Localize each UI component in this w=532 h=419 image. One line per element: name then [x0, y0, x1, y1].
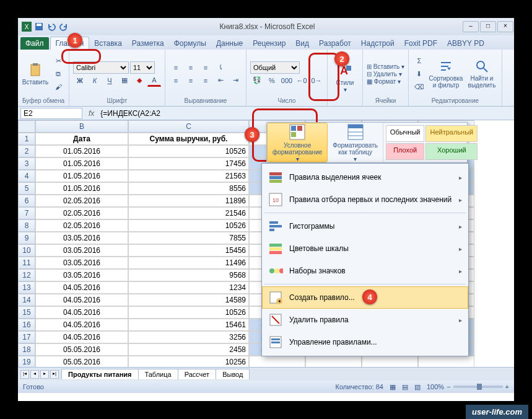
comma-icon[interactable]: 000 — [280, 74, 294, 87]
percent-icon[interactable]: % — [265, 74, 279, 87]
cell[interactable]: 01.05.2016 — [35, 145, 128, 157]
sheet-tab[interactable]: Продукты питания — [61, 369, 139, 379]
cell[interactable]: 03.05.2016 — [35, 244, 128, 257]
cut-icon[interactable]: ✂ — [51, 55, 65, 67]
tab-abbyy[interactable]: ABBYY PD — [442, 37, 489, 50]
cell-style-swatch[interactable]: Хороший — [425, 143, 477, 160]
orientation-icon[interactable]: ⤹ — [214, 61, 227, 74]
menu-icon-sets[interactable]: Наборы значков▸ — [262, 260, 468, 282]
tab-file[interactable]: Файл — [20, 37, 49, 50]
align-bot-icon[interactable]: ≡ — [199, 61, 212, 74]
cell[interactable]: 04.05.2016 — [35, 319, 128, 331]
row-header[interactable]: 1 — [18, 133, 35, 145]
font-color-button[interactable]: A — [147, 74, 161, 87]
name-box[interactable]: E2 — [20, 108, 82, 119]
tab-layout[interactable]: Разметка — [127, 37, 169, 50]
align-center-icon[interactable]: ≡ — [184, 74, 198, 87]
cell[interactable]: 17456 — [128, 157, 249, 170]
row-header[interactable]: 17 — [18, 331, 35, 343]
sheet-tab[interactable]: Вывод — [216, 369, 250, 379]
cell[interactable]: 03.05.2016 — [35, 269, 128, 281]
menu-highlight-rules[interactable]: Правила выделения ячеек▸ — [262, 166, 468, 188]
tab-view[interactable]: Вид — [290, 37, 314, 50]
tab-foxit[interactable]: Foxit PDF — [399, 37, 442, 50]
border-button[interactable]: ▦ — [118, 74, 131, 87]
cell[interactable]: 05.05.2016 — [35, 343, 128, 356]
column-header[interactable]: B — [35, 120, 128, 133]
row-header[interactable]: 6 — [18, 195, 35, 207]
save-icon[interactable] — [34, 22, 44, 32]
formula-input[interactable]: {=ИНДЕКС(A2:A2 — [98, 108, 514, 118]
tab-addins[interactable]: Надстрой — [356, 37, 399, 50]
view-pagebreak-icon[interactable]: ▧ — [414, 383, 421, 391]
align-right-icon[interactable]: ≡ — [199, 74, 212, 87]
cell[interactable]: 15456 — [128, 244, 249, 257]
row-header[interactable]: 10 — [18, 244, 35, 257]
row-header[interactable]: 5 — [18, 182, 35, 195]
tab-developer[interactable]: Разработ — [314, 37, 356, 50]
font-name-select[interactable]: Calibri — [73, 61, 129, 74]
row-header[interactable]: 9 — [18, 232, 35, 244]
menu-data-bars[interactable]: Гистограммы▸ — [262, 215, 468, 237]
cell[interactable]: 02.05.2016 — [35, 207, 128, 219]
clear-icon[interactable]: ⌫ — [412, 81, 426, 93]
cell[interactable]: 10256 — [128, 356, 249, 367]
find-select-button[interactable]: Найти и выделить — [466, 53, 498, 94]
minimize-button[interactable]: – — [463, 21, 479, 32]
cell[interactable]: 10526 — [128, 219, 249, 232]
fx-icon[interactable]: fx — [85, 109, 98, 118]
cell[interactable]: 2458 — [128, 343, 249, 356]
zoom-in-icon[interactable]: + — [505, 383, 509, 390]
format-as-table-button[interactable]: Форматировать как таблицу▾ — [328, 123, 383, 162]
conditional-formatting-button[interactable]: Условное форматирование▾ — [267, 123, 328, 162]
delete-cells-button[interactable]: ⊟ Удалить ▾ — [367, 71, 404, 77]
cell[interactable]: 8556 — [128, 182, 249, 195]
cell[interactable]: 01.05.2016 — [35, 157, 128, 170]
copy-icon[interactable]: ⧉ — [51, 68, 65, 80]
cell[interactable]: 03.05.2016 — [35, 257, 128, 269]
cell[interactable]: 15461 — [128, 319, 249, 331]
fill-color-button[interactable]: ◆ — [133, 74, 146, 87]
cell[interactable]: 02.05.2016 — [35, 195, 128, 207]
cell[interactable]: 10526 — [128, 145, 249, 157]
cell-style-swatch[interactable]: Плохой — [386, 143, 425, 160]
view-normal-icon[interactable]: ▦ — [390, 383, 396, 391]
cell[interactable] — [305, 356, 362, 367]
autosum-icon[interactable]: Σ — [412, 55, 426, 67]
cell-style-swatch[interactable]: Обычный — [386, 125, 425, 142]
cell[interactable]: 9568 — [128, 269, 249, 281]
maximize-button[interactable]: □ — [480, 21, 496, 32]
menu-manage-rules[interactable]: Управление правилами... — [262, 331, 468, 353]
insert-cells-button[interactable]: ⊞ Вставить ▾ — [367, 63, 404, 70]
fill-icon[interactable]: ⬇ — [412, 68, 426, 80]
paste-button[interactable]: Вставить — [22, 53, 49, 94]
cell-style-swatch[interactable]: Нейтральный — [425, 125, 477, 142]
row-header[interactable]: 16 — [18, 319, 35, 331]
cell[interactable]: 14589 — [128, 294, 249, 306]
cell[interactable]: 02.05.2016 — [35, 219, 128, 232]
cell[interactable]: 04.05.2016 — [35, 331, 128, 343]
select-all-corner[interactable] — [18, 120, 35, 133]
cell[interactable]: 21563 — [128, 170, 249, 182]
undo-icon[interactable] — [46, 22, 56, 32]
cell[interactable]: 04.05.2016 — [35, 281, 128, 294]
sort-filter-button[interactable]: Сортировка и фильтр — [429, 53, 463, 94]
cell[interactable]: 04.05.2016 — [35, 294, 128, 306]
cell[interactable]: 04.05.2016 — [35, 306, 128, 319]
row-header[interactable]: 4 — [18, 170, 35, 182]
cell[interactable]: 11896 — [128, 195, 249, 207]
cell[interactable]: 21546 — [128, 207, 249, 219]
sheet-tab[interactable]: Таблица — [138, 369, 178, 379]
cell[interactable] — [418, 356, 474, 367]
align-top-icon[interactable]: ≡ — [169, 61, 183, 74]
number-format-select[interactable]: Общий — [250, 61, 300, 74]
align-left-icon[interactable]: ≡ — [169, 74, 183, 87]
row-header[interactable]: 18 — [18, 343, 35, 356]
format-painter-icon[interactable]: 🖌 — [51, 81, 65, 93]
font-size-select[interactable]: 11 — [130, 61, 155, 74]
sheet-nav-last-icon[interactable]: ▸| — [50, 370, 59, 379]
zoom-control[interactable]: 100% − + — [427, 383, 509, 390]
close-button[interactable]: × — [497, 21, 513, 32]
cell[interactable]: 7855 — [128, 232, 249, 244]
cell[interactable] — [362, 356, 418, 367]
